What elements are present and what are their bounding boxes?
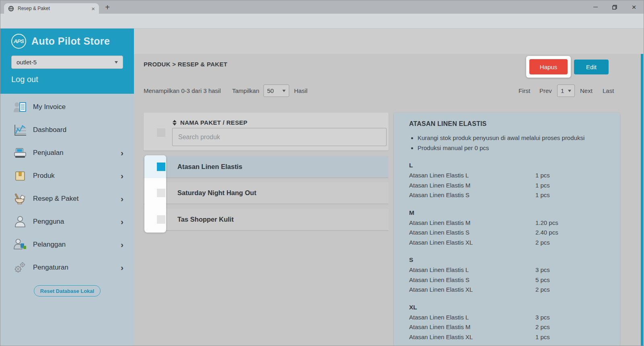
dashboard-icon — [12, 123, 28, 137]
browser-tab[interactable]: Resep & Paket × — [4, 3, 99, 14]
row-checkbox[interactable] — [157, 215, 165, 224]
table-row[interactable]: Tas Shopper Kulit — [144, 209, 389, 230]
row-checkbox[interactable] — [157, 189, 165, 197]
pagination-prev[interactable]: Prev — [539, 87, 552, 94]
main-content: PRODUK > RESEP & PAKET Hapus Edit Menamp… — [134, 29, 644, 346]
sidebar-item-pelanggan[interactable]: Pelanggan › — [0, 233, 134, 256]
component-row: Atasan Linen Elastis L1 pcs — [409, 171, 608, 181]
chevron-down-icon — [282, 90, 286, 92]
browser-toolbar: development.autopilotstore.co.id/paket_r… — [0, 14, 644, 29]
browser-window: Resep & Paket × + × development.autopilo… — [0, 0, 644, 346]
size-section: S Atasan Linen Elastis L3 pcs Atasan Lin… — [409, 254, 608, 295]
page-scrollbar[interactable] — [641, 54, 643, 346]
globe-favicon-icon — [8, 6, 14, 12]
sidebar-item-my-invoice[interactable]: My Invoice — [0, 95, 134, 118]
chevron-down-icon — [568, 90, 571, 92]
column-header[interactable]: NAMA PAKET / RESEP — [173, 119, 247, 126]
detail-title: ATASAN LINEN ELASTIS — [409, 120, 608, 128]
tab-close-icon[interactable]: × — [91, 6, 95, 12]
restore-button[interactable] — [605, 0, 624, 14]
sidebar-item-penjualan[interactable]: Penjualan › — [0, 141, 134, 164]
detail-bullet: Kurangi stok produk penyusun di awal mel… — [418, 133, 608, 143]
hapus-spotlight: Hapus — [526, 56, 571, 78]
mortar-icon — [12, 192, 28, 206]
sidebar: APS Auto Pilot Store outlet-5 Log out My… — [0, 29, 134, 346]
pagination-first[interactable]: First — [518, 87, 530, 94]
component-row: Atasan Linen Elastis L3 pcs — [409, 265, 608, 275]
hasil-label: Hasil — [294, 87, 307, 94]
size-section: XL Atasan Linen Elastis L3 pcs Atasan Li… — [409, 302, 608, 342]
user-icon — [12, 215, 28, 229]
sidebar-header: APS Auto Pilot Store outlet-5 Log out — [0, 29, 134, 94]
sidebar-item-pengaturan[interactable]: Pengaturan › — [0, 256, 134, 279]
component-row: Atasan Linen Elastis S1 pcs — [409, 190, 608, 200]
results-summary: Menampilkan 0-3 dari 3 hasil — [144, 87, 221, 94]
component-row: Atasan Linen Elastis XL2 pcs — [409, 238, 608, 248]
reset-database-button[interactable]: Reset Database Lokal — [34, 285, 101, 297]
table-row[interactable]: Saturday Night Hang Out — [144, 182, 389, 204]
sort-icon — [173, 120, 177, 126]
table-row[interactable]: Atasan Linen Elastis — [144, 156, 389, 177]
minimize-button[interactable] — [586, 0, 605, 14]
invoice-icon — [12, 100, 28, 114]
sidebar-item-pengguna[interactable]: Pengguna › — [0, 210, 134, 233]
sidebar-item-resep-paket[interactable]: Resep & Paket › — [0, 187, 134, 210]
new-tab-button[interactable]: + — [102, 2, 113, 13]
close-button[interactable]: × — [624, 0, 644, 14]
tampilkan-label: Tampilkan — [232, 87, 259, 94]
hapus-button[interactable]: Hapus — [529, 59, 568, 74]
chevron-right-icon: › — [121, 240, 123, 249]
search-input[interactable] — [172, 128, 387, 146]
pagination-last[interactable]: Last — [603, 87, 614, 94]
tab-title: Resep & Paket — [18, 6, 91, 11]
size-section: M Atasan Linen Elastis M1.20 pcs Atasan … — [409, 207, 608, 248]
brand-title: Auto Pilot Store — [31, 35, 110, 47]
sidebar-item-dashboard[interactable]: Dashboard — [0, 118, 134, 141]
aps-logo-icon: APS — [11, 34, 26, 49]
chevron-right-icon: › — [121, 263, 123, 272]
chevron-right-icon: › — [121, 194, 123, 203]
sidebar-item-produk[interactable]: Produk › — [0, 164, 134, 187]
detail-panel: ATASAN LINEN ELASTIS Kurangi stok produk… — [394, 113, 620, 346]
select-all-checkbox[interactable] — [157, 128, 165, 137]
detail-bullet: Produksi manual per 0 pcs — [418, 143, 608, 153]
breadcrumb: PRODUK > RESEP & PAKET — [144, 61, 227, 68]
chevron-right-icon: › — [121, 148, 123, 157]
pagination-next[interactable]: Next — [580, 87, 593, 94]
chevron-right-icon: › — [121, 171, 123, 180]
component-row: Atasan Linen Elastis XL1 pcs — [409, 332, 608, 342]
component-row: Atasan Linen Elastis L3 pcs — [409, 313, 608, 323]
chevron-right-icon: › — [121, 217, 123, 226]
component-row: Atasan Linen Elastis S5 pcs — [409, 275, 608, 285]
cash-register-icon — [12, 146, 28, 160]
detail-bullets: Kurangi stok produk penyusun di awal mel… — [409, 133, 608, 153]
customer-icon — [12, 238, 28, 251]
chevron-down-icon — [115, 61, 118, 64]
table-header: NAMA PAKET / RESEP — [144, 113, 389, 150]
tab-strip: Resep & Paket × + × — [0, 0, 644, 14]
size-section: L Atasan Linen Elastis L1 pcs Atasan Lin… — [409, 160, 608, 200]
logout-link[interactable]: Log out — [11, 75, 38, 84]
box-icon — [12, 169, 28, 183]
pagination-page-select[interactable]: 1 — [557, 84, 575, 97]
edit-button[interactable]: Edit — [574, 60, 609, 74]
page-header-band — [134, 29, 644, 54]
per-page-select[interactable]: 50 — [263, 84, 289, 97]
row-checkbox-checked[interactable] — [157, 163, 165, 171]
window-controls: × — [586, 0, 644, 14]
component-row: Atasan Linen Elastis S2.40 pcs — [409, 228, 608, 238]
component-row: Atasan Linen Elastis XL2 pcs — [409, 285, 608, 295]
component-row: Atasan Linen Elastis M1 pcs — [409, 181, 608, 191]
component-row: Atasan Linen Elastis M1.20 pcs — [409, 218, 608, 228]
outlet-select[interactable]: outlet-5 — [11, 56, 123, 69]
gears-icon — [12, 261, 28, 274]
component-row: Atasan Linen Elastis M2 pcs — [409, 322, 608, 332]
sidebar-nav: My Invoice Dashboard Penjualan › Produk — [0, 94, 134, 346]
